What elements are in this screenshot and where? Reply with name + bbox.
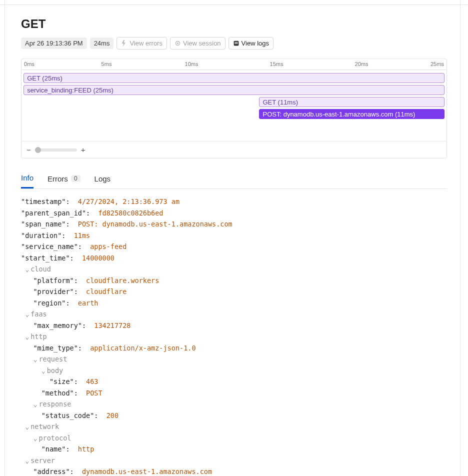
chevron-down-icon: ⌄ <box>25 455 29 466</box>
tick-10: 10ms <box>185 61 198 67</box>
section-network[interactable]: ⌄network <box>21 421 447 432</box>
kv-cloud-provider: "provider": cloudflare <box>21 286 447 298</box>
view-errors-label: View errors <box>130 40 162 47</box>
bolt-icon <box>121 40 128 46</box>
zoom-out-icon[interactable]: − <box>26 146 31 154</box>
section-server[interactable]: ⌄server <box>21 455 447 466</box>
tab-errors-label: Errors <box>48 174 68 183</box>
zoom-slider[interactable] <box>35 148 77 152</box>
kv-network-protocol-name: "name": http <box>21 444 447 455</box>
kv-faas-max-memory: "max_memory": 134217728 <box>21 320 447 332</box>
kv-duration: "duration": 11ms <box>21 230 447 242</box>
section-http-request-body[interactable]: ⌄body <box>21 365 447 376</box>
zoom-thumb[interactable] <box>35 147 41 153</box>
right-edge <box>460 0 464 476</box>
duration-badge: 24ms <box>90 38 114 49</box>
timeline-ruler: 0ms 5ms 10ms 15ms 20ms 25ms <box>22 59 446 70</box>
svg-rect-4 <box>234 44 238 44</box>
tick-0: 0ms <box>24 61 34 67</box>
main-panel: GET Apr 26 19:13:36 PM 24ms View errors … <box>0 0 468 476</box>
section-faas[interactable]: ⌄faas <box>21 308 447 320</box>
page-title: GET <box>21 17 447 31</box>
tab-logs[interactable]: Logs <box>94 170 111 188</box>
span-bar[interactable]: POST: dynamodb.us-east-1.amazonaws.com (… <box>259 109 444 119</box>
timestamp-badge: Apr 26 19:13:36 PM <box>21 38 87 49</box>
kv-span-name: "span_name": POST: dynamodb.us-east-1.am… <box>21 218 447 230</box>
tick-5: 5ms <box>102 61 112 67</box>
span-bar[interactable]: GET (11ms) <box>259 97 444 107</box>
span-bar[interactable]: GET (25ms) <box>24 73 444 83</box>
tab-info-label: Info <box>21 174 34 182</box>
meta-row: Apr 26 19:13:36 PM 24ms View errors View… <box>21 37 447 50</box>
chevron-down-icon: ⌄ <box>33 398 37 410</box>
chevron-down-icon: ⌄ <box>25 308 29 320</box>
tick-25: 25ms <box>430 61 444 67</box>
kv-http-method: "method": POST <box>21 388 447 399</box>
svg-point-1 <box>177 42 178 44</box>
chevron-down-icon: ⌄ <box>25 264 29 275</box>
tab-info[interactable]: Info <box>21 170 34 188</box>
chevron-down-icon: ⌄ <box>25 421 29 432</box>
record-icon <box>174 40 181 46</box>
errors-count: 0 <box>71 175 80 182</box>
section-http-response[interactable]: ⌄response <box>21 398 447 410</box>
svg-rect-3 <box>234 42 238 42</box>
section-http[interactable]: ⌄http <box>21 331 447 342</box>
zoom-controls: − + <box>22 141 446 158</box>
chevron-down-icon: ⌄ <box>33 432 37 444</box>
top-edge <box>0 0 468 5</box>
info-panel: "timestamp": 4/27/2024, 2:13:36.973 am "… <box>21 196 447 476</box>
section-network-protocol[interactable]: ⌄protocol <box>21 432 447 444</box>
chevron-down-icon: ⌄ <box>42 365 46 376</box>
kv-start-time: "start_time": 14000000 <box>21 252 447 264</box>
section-http-request[interactable]: ⌄request <box>21 354 447 365</box>
span-area: GET (25ms)service_binding:FEED (25ms)GET… <box>22 70 446 141</box>
logs-icon <box>233 40 240 46</box>
kv-http-body-size: "size": 463 <box>21 376 447 388</box>
tab-logs-label: Logs <box>94 174 111 183</box>
view-session-label: View session <box>183 40 221 47</box>
tick-15: 15ms <box>270 61 284 67</box>
view-logs-button[interactable]: View logs <box>228 37 274 50</box>
left-edge <box>0 0 5 476</box>
zoom-in-icon[interactable]: + <box>81 146 86 154</box>
kv-parent-span-id: "parent_span_id": fd82580c0826b6ed <box>21 208 447 219</box>
kv-http-mime: "mime_type": application/x-amz-json-1.0 <box>21 342 447 354</box>
tick-20: 20ms <box>355 61 368 67</box>
kv-http-status: "status_code": 200 <box>21 410 447 422</box>
tab-errors[interactable]: Errors0 <box>48 170 80 188</box>
view-session-button[interactable]: View session <box>170 37 226 50</box>
kv-service-name: "service_name": apps-feed <box>21 241 447 252</box>
chevron-down-icon: ⌄ <box>33 354 37 365</box>
view-errors-button[interactable]: View errors <box>116 37 167 50</box>
kv-server-address: "address": dynamodb.us-east-1.amazonaws.… <box>21 466 447 476</box>
timeline: 0ms 5ms 10ms 15ms 20ms 25ms GET (25ms)se… <box>21 58 447 158</box>
chevron-down-icon: ⌄ <box>25 331 29 342</box>
kv-cloud-platform: "platform": cloudflare.workers <box>21 275 447 286</box>
span-bar[interactable]: service_binding:FEED (25ms) <box>24 85 444 95</box>
kv-timestamp: "timestamp": 4/27/2024, 2:13:36.973 am <box>21 196 447 208</box>
section-cloud[interactable]: ⌄cloud <box>21 264 447 275</box>
kv-cloud-region: "region": earth <box>21 298 447 309</box>
tabs: Info Errors0 Logs <box>21 170 447 189</box>
view-logs-label: View logs <box>242 40 269 47</box>
